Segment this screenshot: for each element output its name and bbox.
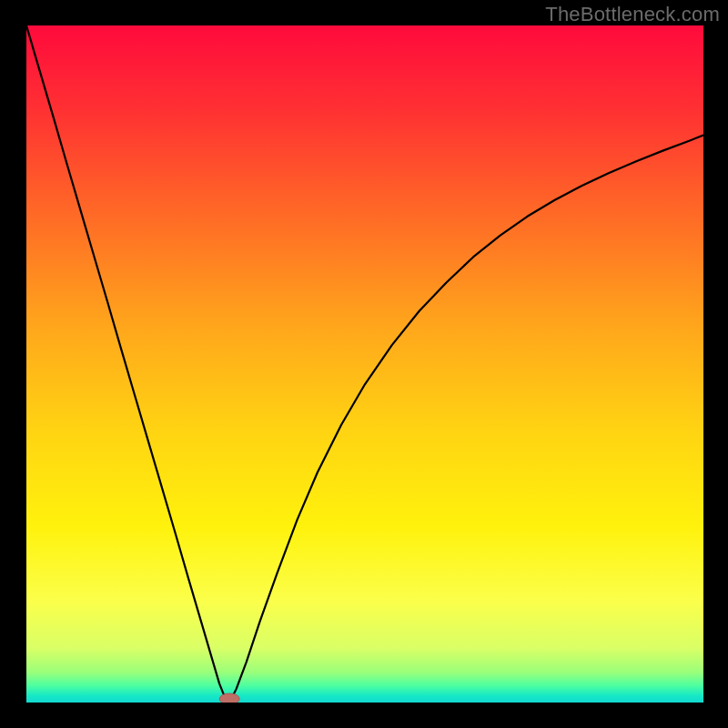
chart-frame: TheBottleneck.com — [0, 0, 728, 728]
minimum-marker — [219, 693, 239, 703]
gradient-background — [26, 25, 703, 703]
plot-area — [26, 25, 703, 703]
bottleneck-chart — [26, 25, 703, 703]
watermark-text: TheBottleneck.com — [545, 3, 720, 26]
